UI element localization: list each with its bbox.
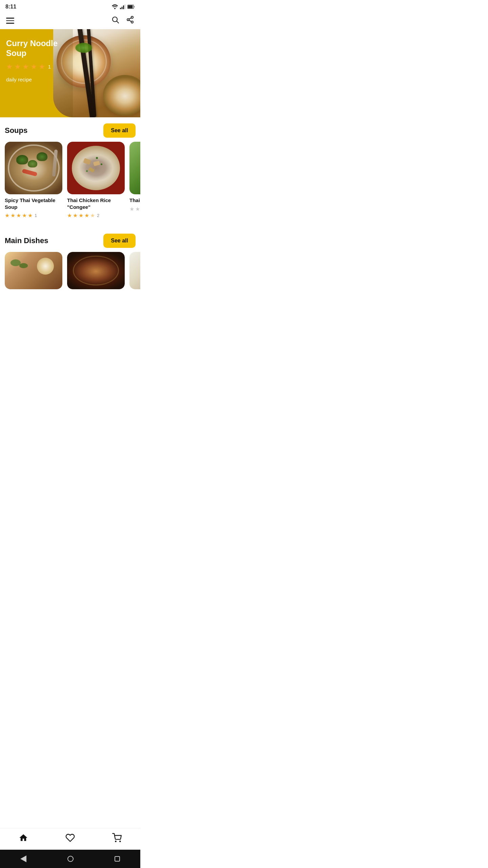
hero-title: Curry Noodle Soup [6, 39, 67, 58]
star-2: ★ [14, 62, 21, 71]
hero-rating: ★ ★ ★ ★ ★ 1 [6, 62, 67, 71]
star-5: ★ [39, 62, 45, 71]
c3-star2: ★ [135, 206, 140, 212]
svg-rect-2 [122, 7, 123, 9]
status-bar: 8:11 [0, 0, 140, 12]
c1-star1: ★ [5, 212, 9, 219]
svg-rect-1 [120, 8, 121, 9]
soup-card-3-image [129, 142, 140, 194]
star-1: ★ [6, 62, 13, 71]
soup-card-1-stars: ★ ★ ★ ★ ★ 1 [5, 212, 62, 219]
star-4: ★ [30, 62, 37, 71]
main-dish-card-1[interactable] [5, 252, 62, 292]
main-dishes-section: Main Dishes See all [0, 228, 140, 326]
status-icons [112, 4, 135, 9]
main-dish-card-1-image [5, 252, 62, 289]
main-dishes-cards-row [0, 252, 140, 326]
soup-card-2-name: Thai Chicken Rice "Congee" [67, 197, 125, 210]
svg-rect-3 [123, 5, 124, 9]
soup-card-1-count: 1 [35, 213, 37, 218]
svg-line-13 [129, 18, 131, 19]
main-dishes-title: Main Dishes [5, 236, 48, 245]
svg-rect-6 [128, 5, 133, 8]
nav-right-icons [111, 16, 134, 26]
soup-card-2[interactable]: Thai Chicken Rice "Congee" ★ ★ ★ ★ ★ 2 [67, 142, 125, 219]
c3-star1: ★ [129, 206, 134, 212]
c1-star5: ★ [28, 212, 33, 219]
menu-button[interactable] [6, 18, 14, 24]
c2-star1: ★ [67, 212, 72, 219]
c2-star5: ★ [90, 212, 95, 219]
soups-title: Soups [5, 126, 27, 135]
soup-card-2-stars: ★ ★ ★ ★ ★ 2 [67, 212, 125, 219]
main-dishes-header: Main Dishes See all [0, 228, 140, 252]
hero-tag: daily recipe [6, 77, 67, 82]
c2-star2: ★ [73, 212, 78, 219]
wifi-icon [112, 4, 118, 9]
c1-star2: ★ [11, 212, 15, 219]
star-3: ★ [22, 62, 29, 71]
soup-card-3-stars: ★ ★ [129, 206, 140, 212]
soups-cards-row: Spicy Thai Vegetable Soup ★ ★ ★ ★ ★ 1 [0, 142, 140, 225]
soup-card-3[interactable]: Thai A... ★ ★ [129, 142, 140, 219]
c2-star3: ★ [79, 212, 83, 219]
soup-card-3-name: Thai A... [129, 197, 140, 204]
hero-content: Curry Noodle Soup ★ ★ ★ ★ ★ 1 daily reci… [0, 29, 73, 117]
status-time: 8:11 [5, 4, 16, 10]
main-dishes-see-all-button[interactable]: See all [103, 234, 136, 248]
soups-section-header: Soups See all [0, 117, 140, 142]
share-button[interactable] [126, 16, 134, 26]
soup-card-1[interactable]: Spicy Thai Vegetable Soup ★ ★ ★ ★ ★ 1 [5, 142, 62, 219]
main-dish-card-3[interactable] [129, 252, 140, 292]
c1-star4: ★ [22, 212, 27, 219]
battery-icon [127, 5, 135, 9]
soup-card-2-image [67, 142, 125, 194]
c2-star4: ★ [84, 212, 89, 219]
soup-card-1-image [5, 142, 62, 194]
svg-point-0 [114, 8, 116, 9]
soup-card-1-name: Spicy Thai Vegetable Soup [5, 197, 62, 210]
svg-line-8 [117, 21, 119, 23]
top-nav [0, 12, 140, 29]
soup-card-2-count: 2 [97, 213, 99, 218]
soups-see-all-button[interactable]: See all [103, 123, 136, 138]
hero-review-count: 1 [48, 64, 51, 70]
main-dish-card-2-image [67, 252, 125, 289]
c1-star3: ★ [16, 212, 21, 219]
search-button[interactable] [111, 16, 119, 26]
svg-line-12 [129, 20, 131, 22]
hero-banner[interactable]: Curry Noodle Soup ★ ★ ★ ★ ★ 1 daily reci… [0, 29, 140, 117]
main-dish-card-2[interactable] [67, 252, 125, 292]
svg-rect-4 [125, 4, 126, 9]
signal-icon [120, 4, 125, 9]
